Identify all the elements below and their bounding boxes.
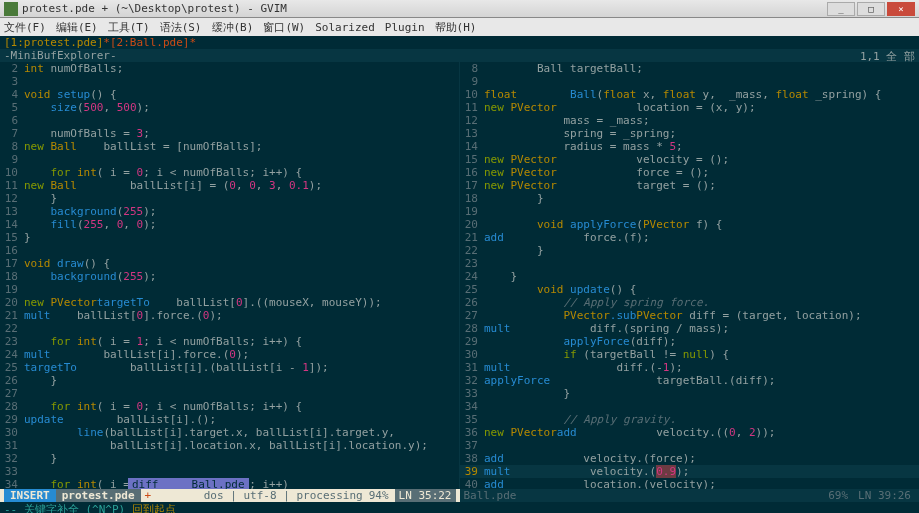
statusbar-row: INSERT protest.pde + dos | utf-8 | proce… xyxy=(0,489,919,502)
code-line[interactable]: 33 } xyxy=(460,387,919,400)
code-line[interactable]: 40add location.(velocity); xyxy=(460,478,919,489)
code-line[interactable]: 17new PVector target = (); xyxy=(460,179,919,192)
menu-plugin[interactable]: Plugin xyxy=(385,21,425,34)
mbe-label: -MiniBufExplorer- xyxy=(4,49,117,62)
statusbar-left: INSERT protest.pde + dos | utf-8 | proce… xyxy=(0,489,460,502)
code-line[interactable]: 5 size(500, 500); xyxy=(0,101,459,114)
menubar: 文件(F) 编辑(E) 工具(T) 语法(S) 缓冲(B) 窗口(W) Sola… xyxy=(0,18,919,36)
code-line[interactable]: 28 for int( i = 0; i < numOfBalls; i++) … xyxy=(0,400,459,413)
code-line[interactable]: 10 for int( i = 0; i < numOfBalls; i++) … xyxy=(0,166,459,179)
code-line[interactable]: 17void draw() { xyxy=(0,257,459,270)
code-line[interactable]: 3 xyxy=(0,75,459,88)
maximize-button[interactable]: □ xyxy=(857,2,885,16)
code-line[interactable]: 12 } xyxy=(0,192,459,205)
code-line[interactable]: 6 xyxy=(0,114,459,127)
code-line[interactable]: 33 xyxy=(0,465,459,478)
completion-popup[interactable]: diff Ball.pdedisplay Ball.pde xyxy=(128,478,249,489)
code-line[interactable]: 8 Ball targetBall; xyxy=(460,62,919,75)
menu-tools[interactable]: 工具(T) xyxy=(108,20,150,35)
code-line[interactable]: 26 // Apply spring force. xyxy=(460,296,919,309)
window-title: protest.pde + (~\Desktop\protest) - GVIM xyxy=(22,2,827,15)
insert-hl: 回到起点 xyxy=(132,503,176,513)
menu-buffers[interactable]: 缓冲(B) xyxy=(212,20,254,35)
code-line[interactable]: 32 } xyxy=(0,452,459,465)
code-line[interactable]: 13 background(255); xyxy=(0,205,459,218)
code-line[interactable]: 26 } xyxy=(0,374,459,387)
insert-msg: -- 关键字补全 (^N^P) xyxy=(4,503,132,513)
code-line[interactable]: 23 xyxy=(460,257,919,270)
code-line[interactable]: 25targetTo ballList[i].(ballList[i - 1])… xyxy=(0,361,459,374)
buffer-1[interactable]: [1:protest.pde] xyxy=(4,36,103,49)
minimize-button[interactable]: _ xyxy=(827,2,855,16)
gvim-icon xyxy=(4,2,18,16)
code-line[interactable]: 30 line(ballList[i].target.x, ballList[i… xyxy=(0,426,459,439)
code-line[interactable]: 11new PVector location = (x, y); xyxy=(460,101,919,114)
buffer-2[interactable]: *[2:Ball.pde]* xyxy=(103,36,196,49)
code-line[interactable]: 19 xyxy=(0,283,459,296)
menu-solarized[interactable]: Solarized xyxy=(315,21,375,34)
code-line[interactable]: 18 } xyxy=(460,192,919,205)
percent-left: 94% xyxy=(369,489,389,502)
code-line[interactable]: 30 if (targetBall != null) { xyxy=(460,348,919,361)
code-line[interactable]: 18 background(255); xyxy=(0,270,459,283)
code-line[interactable]: 39mult velocity.(0.9); xyxy=(460,465,919,478)
code-line[interactable]: 20 void applyForce(PVector f) { xyxy=(460,218,919,231)
code-line[interactable]: 35 // Apply gravity. xyxy=(460,413,919,426)
code-line[interactable]: 36new PVectoradd velocity.((0, 2)); xyxy=(460,426,919,439)
code-line[interactable]: 31 ballList[i].location.x, ballList[i].l… xyxy=(0,439,459,452)
code-line[interactable]: 13 spring = _spring; xyxy=(460,127,919,140)
code-line[interactable]: 27 xyxy=(0,387,459,400)
code-line[interactable]: 15new PVector velocity = (); xyxy=(460,153,919,166)
code-line[interactable]: 9 xyxy=(0,153,459,166)
code-line[interactable]: 25 void update() { xyxy=(460,283,919,296)
code-line[interactable]: 20new PVectortargetTo ballList[0].((mous… xyxy=(0,296,459,309)
code-line[interactable]: 24mult ballList[i].force.(0); xyxy=(0,348,459,361)
code-line[interactable]: 22 xyxy=(0,322,459,335)
code-line[interactable]: 34 xyxy=(460,400,919,413)
menu-help[interactable]: 帮助(H) xyxy=(435,20,477,35)
menu-syntax[interactable]: 语法(S) xyxy=(160,20,202,35)
percent-right: 69% xyxy=(828,489,848,502)
code-line[interactable]: 21mult ballList[0].force.(0); xyxy=(0,309,459,322)
filename-right: Ball.pde xyxy=(464,489,517,502)
titlebar: protest.pde + (~\Desktop\protest) - GVIM… xyxy=(0,0,919,18)
code-line[interactable]: 14 fill(255, 0, 0); xyxy=(0,218,459,231)
editor-pane-right[interactable]: 8 Ball targetBall;910float Ball(float x,… xyxy=(460,62,919,489)
code-line[interactable]: 19 xyxy=(460,205,919,218)
code-line[interactable]: 7 numOfBalls = 3; xyxy=(0,127,459,140)
code-line[interactable]: 2int numOfBalls; xyxy=(0,62,459,75)
position-right: LN 39:26 xyxy=(854,489,915,502)
menu-edit[interactable]: 编辑(E) xyxy=(56,20,98,35)
code-line[interactable]: 16new PVector force = (); xyxy=(460,166,919,179)
code-line[interactable]: 21add force.(f); xyxy=(460,231,919,244)
code-line[interactable]: 4void setup() { xyxy=(0,88,459,101)
code-line[interactable]: 16 xyxy=(0,244,459,257)
code-line[interactable]: 22 } xyxy=(460,244,919,257)
modified-flag: + xyxy=(141,489,156,502)
code-line[interactable]: 37 xyxy=(460,439,919,452)
code-line[interactable]: 32applyForce targetBall.(diff); xyxy=(460,374,919,387)
code-line[interactable]: 9 xyxy=(460,75,919,88)
code-line[interactable]: 10float Ball(float x, float y, _mass, fl… xyxy=(460,88,919,101)
statusbar-right: Ball.pde 69% LN 39:26 xyxy=(460,489,920,502)
code-line[interactable]: 15} xyxy=(0,231,459,244)
completion-item[interactable]: diff Ball.pde xyxy=(128,478,249,489)
code-line[interactable]: 27 PVector.subPVector diff = (target, lo… xyxy=(460,309,919,322)
code-line[interactable]: 31mult diff.(-1); xyxy=(460,361,919,374)
menu-window[interactable]: 窗口(W) xyxy=(263,20,305,35)
code-line[interactable]: 8new Ball ballList = [numOfBalls]; xyxy=(0,140,459,153)
code-line[interactable]: 11new Ball ballList[i] = (0, 0, 3, 0.1); xyxy=(0,179,459,192)
code-line[interactable]: 12 mass = _mass; xyxy=(460,114,919,127)
code-line[interactable]: 29update ballList[i].(); xyxy=(0,413,459,426)
minibuf-explorer: -MiniBufExplorer- 1,1 全 部 xyxy=(0,49,919,62)
code-line[interactable]: 23 for int( i = 1; i < numOfBalls; i++) … xyxy=(0,335,459,348)
code-line[interactable]: 38add velocity.(force); xyxy=(460,452,919,465)
menu-file[interactable]: 文件(F) xyxy=(4,20,46,35)
editor-pane-left[interactable]: 2int numOfBalls;34void setup() {5 size(5… xyxy=(0,62,460,489)
code-line[interactable]: 14 radius = mass * 5; xyxy=(460,140,919,153)
close-button[interactable]: × xyxy=(887,2,915,16)
code-line[interactable]: 28mult diff.(spring / mass); xyxy=(460,322,919,335)
code-line[interactable]: 24 } xyxy=(460,270,919,283)
position-left: LN 35:22 xyxy=(395,489,456,502)
code-line[interactable]: 29 applyForce(diff); xyxy=(460,335,919,348)
